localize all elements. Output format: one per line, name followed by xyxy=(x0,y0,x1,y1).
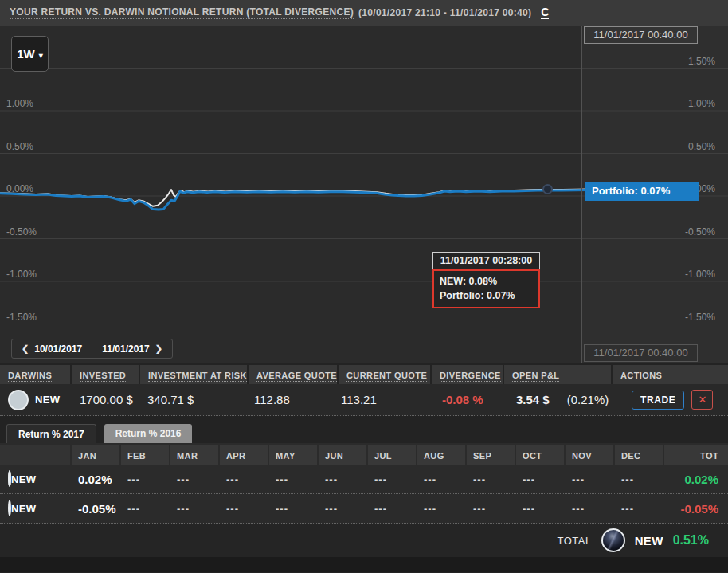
prev-day-button[interactable]: ❮ 10/01/2017 xyxy=(12,339,92,358)
darwin-name-cell[interactable]: NEW xyxy=(0,472,70,486)
month-header-aug: AUG xyxy=(417,445,465,465)
tab-return-2016[interactable]: Return % 2016 xyxy=(104,424,193,443)
month-return-value: -0.05% xyxy=(72,502,119,516)
portfolio-value-badge: Portfolio: 0.07% xyxy=(585,182,699,201)
cursor-date-bottom: 11/01/2017 00:40:00 xyxy=(584,344,698,362)
darwin-name: NEW xyxy=(11,503,36,515)
month-return-value: --- xyxy=(417,503,465,515)
darwin-name-cell[interactable]: NEW xyxy=(0,501,70,516)
returns-section: Return % 2017 Return % 2016 JANFEBMARAPR… xyxy=(0,416,728,572)
divergence-chart: Portfolio: 0.07% 11/01/2017 00:40:00 11/… xyxy=(0,26,728,363)
darwin-name: NEW xyxy=(635,534,663,547)
row-total-value: 0.02% xyxy=(664,473,728,486)
month-header-feb: FEB xyxy=(121,445,169,465)
darwin-name: NEW xyxy=(35,394,60,406)
month-return-value: --- xyxy=(170,473,218,485)
col-divergence: DIVERGENCE xyxy=(432,365,503,384)
y-axis-label-left: -0.50% xyxy=(6,226,37,237)
darwin-avatar xyxy=(8,390,29,410)
chart-tooltip: 11/01/2017 00:28:00 NEW: 0.08% Portfolio… xyxy=(432,252,540,308)
next-day-button[interactable]: 11/01/2017 ❯ xyxy=(92,339,172,358)
month-header-jun: JUN xyxy=(319,445,366,465)
y-axis-label-right: 0.50% xyxy=(688,141,715,152)
darwin-name-cell[interactable]: NEW xyxy=(0,390,70,410)
tab-return-2017[interactable]: Return % 2017 xyxy=(6,424,96,443)
open-pl-value: 3.54 $ xyxy=(516,393,550,406)
position-row: NEW 1700.00 $ 340.71 $ 112.88 113.21 -0.… xyxy=(0,384,728,416)
month-return-value: --- xyxy=(615,503,663,515)
next-day-label: 11/01/2017 xyxy=(102,343,149,355)
chevron-down-icon: ▾ xyxy=(39,51,43,60)
monthly-row: NEW -0.05%------------------------------… xyxy=(0,494,728,524)
y-axis-label-left: -1.00% xyxy=(6,269,37,280)
darwin-name: NEW xyxy=(11,473,36,485)
month-header-may: MAY xyxy=(269,445,317,465)
month-return-value: --- xyxy=(417,473,465,485)
tooltip-values: NEW: 0.08% Portfolio: 0.07% xyxy=(432,269,540,308)
month-header-oct: OCT xyxy=(516,445,564,465)
monthly-returns-table: JANFEBMARAPRMAYJUNJULAUGSEPOCTNOVDECTOT … xyxy=(0,443,728,524)
month-return-value: --- xyxy=(269,503,317,515)
timeframe-dropdown[interactable]: 1W ▾ xyxy=(11,36,49,72)
month-header-jan: JAN xyxy=(72,445,119,465)
crosshair-line xyxy=(550,26,550,363)
y-axis-label-left: 0.50% xyxy=(6,141,33,152)
tooltip-date: 11/01/2017 00:28:00 xyxy=(432,252,540,269)
month-return-value: --- xyxy=(566,473,613,485)
monthly-header-name-cell xyxy=(0,445,70,465)
month-header-mar: MAR xyxy=(170,445,218,465)
y-axis-label-right: 1.00% xyxy=(688,98,715,109)
month-return-value: --- xyxy=(467,473,515,485)
month-return-value: --- xyxy=(467,503,515,515)
page-title: YOUR RETURN VS. DARWIN NOTIONAL RETURN (… xyxy=(10,6,354,19)
col-open-pl: OPEN P&L xyxy=(504,365,611,384)
row-total-value: -0.05% xyxy=(664,502,728,516)
monthly-header: JANFEBMARAPRMAYJUNJULAUGSEPOCTNOVDECTOT xyxy=(0,443,728,465)
month-header-apr: APR xyxy=(220,445,268,465)
chevron-right-icon: ❯ xyxy=(155,343,162,354)
investment-at-risk-value: 340.71 $ xyxy=(147,393,194,406)
y-axis-label-left: 1.00% xyxy=(6,98,33,109)
month-return-value: --- xyxy=(269,473,317,485)
y-axis-label-right: 1.50% xyxy=(688,56,715,67)
y-axis-label-left: -1.50% xyxy=(6,312,37,323)
chevron-left-icon: ❮ xyxy=(22,343,29,354)
month-return-value: --- xyxy=(121,503,169,515)
month-return-value: 0.02% xyxy=(72,473,119,486)
footer-strip xyxy=(0,557,728,572)
cursor-date-top: 11/01/2017 00:40:00 xyxy=(584,26,698,44)
current-quote-value: 113.21 xyxy=(341,393,377,406)
col-invested: INVESTED xyxy=(72,365,139,384)
month-return-value: --- xyxy=(319,473,366,485)
y-axis-label-right: -0.50% xyxy=(685,226,715,237)
tooltip-portfolio-value: Portfolio: 0.07% xyxy=(440,288,533,303)
tooltip-new-value: NEW: 0.08% xyxy=(440,274,533,288)
refresh-icon[interactable]: C xyxy=(541,6,549,19)
col-investment-at-risk: INVESTMENT AT RISK xyxy=(140,365,247,384)
timeframe-label: 1W xyxy=(17,47,35,61)
month-return-value: --- xyxy=(566,503,613,515)
titlebar: YOUR RETURN VS. DARWIN NOTIONAL RETURN (… xyxy=(0,0,728,26)
total-label: TOTAL xyxy=(558,535,592,547)
month-return-value: --- xyxy=(319,503,366,515)
month-return-value: --- xyxy=(170,503,218,515)
col-average-quote: AVERAGE QUOTE xyxy=(249,365,337,384)
monthly-row: NEW 0.02%-------------------------------… xyxy=(0,465,728,494)
month-header-sep: SEP xyxy=(467,445,515,465)
month-return-value: --- xyxy=(516,473,564,485)
month-return-value: --- xyxy=(368,473,416,485)
col-actions: ACTIONS xyxy=(613,365,728,384)
total-return-value: 0.51% xyxy=(673,533,709,547)
darwin-avatar xyxy=(601,528,625,552)
month-header-dec: DEC xyxy=(615,445,663,465)
positions-header: DARWINS INVESTED INVESTMENT AT RISK AVER… xyxy=(0,365,728,384)
month-return-value: --- xyxy=(220,473,268,485)
divergence-value: -0.08 % xyxy=(442,393,483,406)
close-position-button[interactable]: ✕ xyxy=(691,390,713,410)
y-axis-label-left: 0.00% xyxy=(6,183,33,194)
positions-table: DARWINS INVESTED INVESTMENT AT RISK AVER… xyxy=(0,365,728,416)
month-return-value: --- xyxy=(615,473,663,485)
trade-button[interactable]: TRADE xyxy=(632,391,684,410)
month-header-nov: NOV xyxy=(566,445,613,465)
col-darwins: DARWINS xyxy=(0,365,70,384)
